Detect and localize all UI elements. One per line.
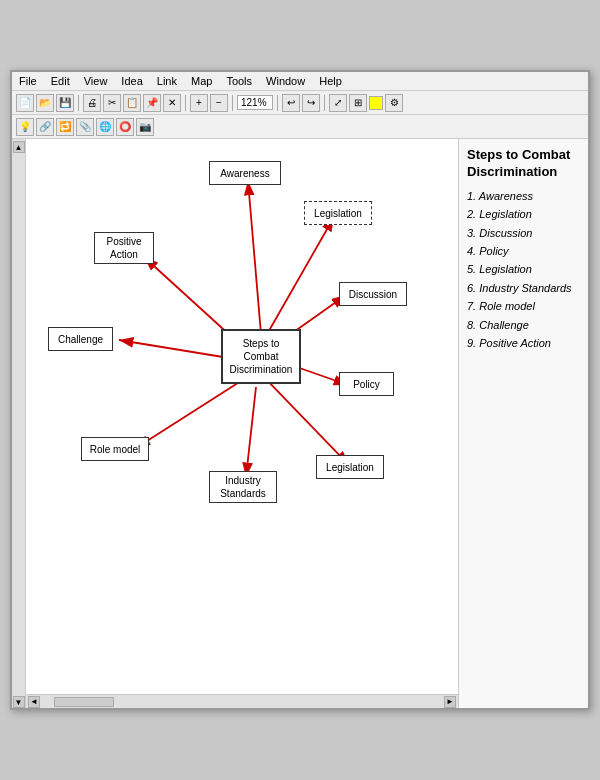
idea-btn1[interactable]: 💡 — [16, 118, 34, 136]
sep3 — [232, 95, 233, 111]
node-rolemodel: Role model — [81, 437, 149, 461]
node-legislation2: Legislation — [316, 455, 384, 479]
idea-btn4[interactable]: 📎 — [76, 118, 94, 136]
item-label-9: Positive Action — [479, 337, 551, 349]
sidebar-item-3: 3. Discussion — [467, 226, 580, 241]
minus-button[interactable]: − — [210, 94, 228, 112]
item-label-1: Awareness — [479, 190, 533, 202]
color-button[interactable] — [369, 96, 383, 110]
layout-button[interactable]: ⊞ — [349, 94, 367, 112]
sidebar-item-4: 4. Policy — [467, 244, 580, 259]
center-node: Steps to Combat Discrimination — [221, 329, 301, 384]
svg-line-8 — [119, 340, 223, 357]
item-num-1: 1. — [467, 190, 476, 202]
item-label-7: Role model — [479, 300, 535, 312]
node-challenge: Challenge — [48, 327, 113, 351]
sidebar-item-1: 1. Awareness — [467, 189, 580, 204]
svg-line-7 — [136, 381, 241, 448]
save-button[interactable]: 💾 — [56, 94, 74, 112]
fit-button[interactable]: ⤢ — [329, 94, 347, 112]
menu-help[interactable]: Help — [316, 74, 345, 88]
plus-button[interactable]: + — [190, 94, 208, 112]
menu-idea[interactable]: Idea — [118, 74, 145, 88]
item-num-7: 7. — [467, 300, 476, 312]
idea-btn6[interactable]: ⭕ — [116, 118, 134, 136]
item-label-6: Industry Standards — [479, 282, 571, 294]
paste-button[interactable]: 📌 — [143, 94, 161, 112]
sidebar: Steps to Combat Discrimination 1. Awaren… — [458, 139, 588, 708]
menu-tools[interactable]: Tools — [223, 74, 255, 88]
undo-button[interactable]: ↩ — [282, 94, 300, 112]
item-num-9: 9. — [467, 337, 476, 349]
sidebar-item-7: 7. Role model — [467, 299, 580, 314]
canvas: Steps to Combat Discrimination Awareness… — [26, 139, 458, 694]
node-positiveaction: Positive Action — [94, 232, 154, 264]
item-num-3: 3. — [467, 227, 476, 239]
svg-line-5 — [266, 379, 349, 465]
menu-edit[interactable]: Edit — [48, 74, 73, 88]
scroll-down[interactable]: ▼ — [13, 696, 25, 708]
menu-map[interactable]: Map — [188, 74, 215, 88]
item-num-2: 2. — [467, 208, 476, 220]
svg-line-9 — [144, 257, 233, 338]
node-policy: Policy — [339, 372, 394, 396]
item-label-5: Legislation — [479, 263, 532, 275]
sep4 — [277, 95, 278, 111]
scroll-right[interactable]: ► — [444, 696, 456, 708]
item-num-8: 8. — [467, 319, 476, 331]
toolbar-row1: 📄 📂 💾 🖨 ✂ 📋 📌 ✕ + − ↩ ↪ ⤢ ⊞ ⚙ — [12, 91, 588, 115]
sidebar-item-5: 5. Legislation — [467, 262, 580, 277]
item-label-3: Discussion — [479, 227, 532, 239]
svg-line-6 — [246, 387, 256, 477]
item-label-2: Legislation — [479, 208, 532, 220]
menu-file[interactable]: File — [16, 74, 40, 88]
toolbar-row2: 💡 🔗 🔁 📎 🌐 ⭕ 📷 — [12, 115, 588, 139]
scroll-left[interactable]: ◄ — [28, 696, 40, 708]
item-num-6: 6. — [467, 282, 476, 294]
idea-btn5[interactable]: 🌐 — [96, 118, 114, 136]
arrows-svg — [26, 139, 458, 694]
item-num-5: 5. — [467, 263, 476, 275]
print-button[interactable]: 🖨 — [83, 94, 101, 112]
sep2 — [185, 95, 186, 111]
sidebar-item-2: 2. Legislation — [467, 207, 580, 222]
scroll-up[interactable]: ▲ — [13, 141, 25, 153]
menu-bar: File Edit View Idea Link Map Tools Windo… — [12, 72, 588, 91]
sidebar-item-8: 8. Challenge — [467, 318, 580, 333]
node-awareness: Awareness — [209, 161, 281, 185]
item-label-8: Challenge — [479, 319, 529, 331]
app-window: File Edit View Idea Link Map Tools Windo… — [10, 70, 590, 710]
zoom-input[interactable] — [237, 95, 273, 110]
left-scrollbar[interactable]: ▲ ▼ — [12, 139, 26, 708]
svg-line-2 — [266, 217, 334, 336]
new-button[interactable]: 📄 — [16, 94, 34, 112]
idea-btn2[interactable]: 🔗 — [36, 118, 54, 136]
cut-button[interactable]: ✂ — [103, 94, 121, 112]
node-discussion: Discussion — [339, 282, 407, 306]
idea-btn3[interactable]: 🔁 — [56, 118, 74, 136]
svg-line-1 — [248, 181, 261, 334]
item-num-4: 4. — [467, 245, 476, 257]
sidebar-title: Steps to Combat Discrimination — [467, 147, 580, 181]
menu-view[interactable]: View — [81, 74, 111, 88]
node-legislation1: Legislation — [304, 201, 372, 225]
sidebar-item-6: 6. Industry Standards — [467, 281, 580, 296]
sep1 — [78, 95, 79, 111]
node-industry: Industry Standards — [209, 471, 277, 503]
scroll-thumb[interactable] — [54, 697, 114, 707]
main-area: ▲ ▼ — [12, 139, 588, 708]
open-button[interactable]: 📂 — [36, 94, 54, 112]
sep5 — [324, 95, 325, 111]
delete-button[interactable]: ✕ — [163, 94, 181, 112]
settings-button[interactable]: ⚙ — [385, 94, 403, 112]
item-label-4: Policy — [479, 245, 508, 257]
sidebar-item-9: 9. Positive Action — [467, 336, 580, 351]
menu-window[interactable]: Window — [263, 74, 308, 88]
copy-button[interactable]: 📋 — [123, 94, 141, 112]
idea-btn7[interactable]: 📷 — [136, 118, 154, 136]
bottom-scrollbar[interactable]: ◄ ► — [26, 694, 458, 708]
menu-link[interactable]: Link — [154, 74, 180, 88]
redo-button[interactable]: ↪ — [302, 94, 320, 112]
